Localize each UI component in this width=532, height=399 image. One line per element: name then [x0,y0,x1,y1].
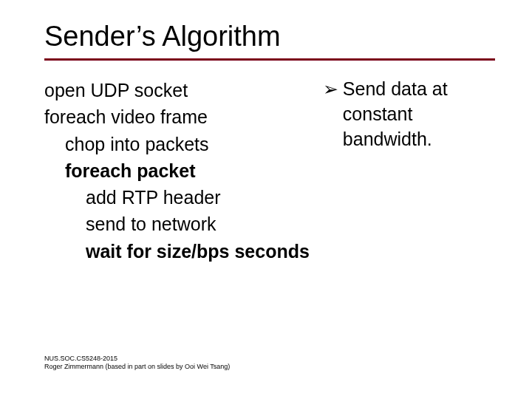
code-line: foreach video frame [44,103,310,130]
bullet-item: ➢ Send data at constant bandwidth. [323,77,495,151]
footer-line: NUS.SOC.CS5248-2015 [44,355,230,363]
code-line: send to network [44,211,310,237]
slide-body: open UDP socket foreach video frame chop… [44,77,495,265]
note-text: Send data at constant bandwidth. [343,77,495,151]
footer-line: Roger Zimmermann (based in part on slide… [44,363,230,371]
slide: Sender’s Algorithm open UDP socket forea… [0,0,532,399]
slide-footer: NUS.SOC.CS5248-2015 Roger Zimmermann (ba… [44,355,230,372]
code-line: wait for size/bps seconds [44,238,310,265]
title-rule [44,58,495,61]
pseudocode-column: open UDP socket foreach video frame chop… [44,77,310,265]
code-line: open UDP socket [44,77,310,103]
code-line: add RTP header [44,184,310,211]
note-column: ➢ Send data at constant bandwidth. [310,77,495,151]
bullet-icon: ➢ [323,77,343,102]
slide-title: Sender’s Algorithm [44,21,495,52]
code-line: foreach packet [44,157,310,184]
code-line: chop into packets [44,131,310,157]
